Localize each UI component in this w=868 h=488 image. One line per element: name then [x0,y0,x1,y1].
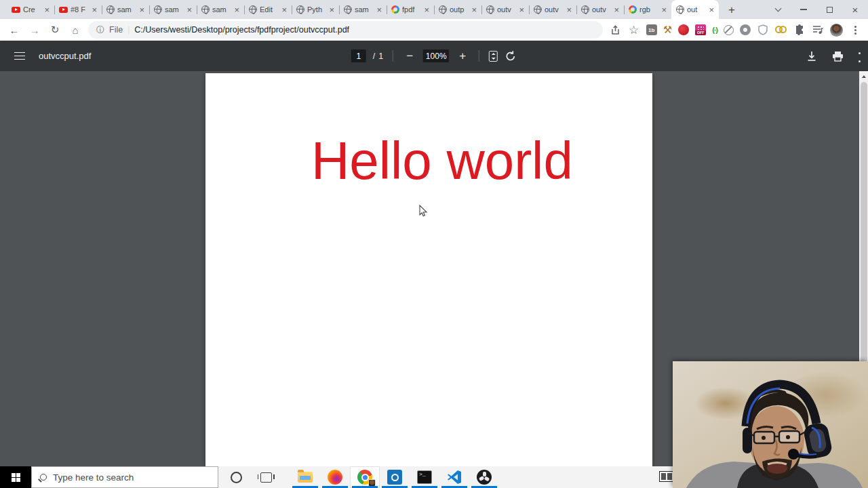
tab-youtube-1[interactable]: Cre × [7,0,54,19]
home-button[interactable]: ⌂ [66,21,84,39]
back-button[interactable]: ← [5,21,23,39]
tab-title: outv [497,5,516,14]
maximize-button[interactable] [816,0,842,19]
minimize-button[interactable] [791,0,816,19]
fit-to-page-icon[interactable] [489,51,498,62]
tab-sam-1[interactable]: sam × [102,0,149,19]
taskbar-search-input[interactable]: Type here to search [31,466,218,488]
tab-sam-2[interactable]: sam × [149,0,197,19]
extension-dot-circle-icon[interactable] [740,24,751,35]
google-favicon [391,5,399,14]
extension-slash-circle-icon[interactable] [724,25,734,35]
bookmark-star-icon[interactable]: ☆ [628,24,640,36]
globe-favicon [154,5,162,14]
tab-outp[interactable]: outp × [434,0,481,19]
tab-close-icon[interactable]: × [709,5,714,14]
zoom-out-button[interactable]: − [403,49,416,63]
tab-title: rgb [639,5,658,14]
tab-close-icon[interactable]: × [44,5,50,14]
taskbar-command-prompt[interactable]: >_ [410,466,439,488]
browser-menu-kebab-icon[interactable] [849,24,861,36]
webcam-overlay [673,361,868,488]
pdf-menu-icon[interactable] [14,52,25,60]
page-info-icon[interactable]: ⓘ [96,24,104,36]
taskbar-vscode[interactable] [439,466,469,488]
playlist-icon[interactable] [812,24,824,36]
page-number-input[interactable]: 1 [351,49,366,62]
extension-off-badge-icon[interactable]: OFF [695,24,706,35]
taskbar-chrome[interactable] [350,466,380,488]
cortana-button[interactable] [221,466,251,488]
taskbar-firefox[interactable] [320,466,350,488]
cortana-icon [231,472,242,483]
scrollbar-thumb[interactable] [861,82,867,387]
zoom-in-button[interactable]: + [456,49,469,63]
globe-favicon [106,5,115,14]
extension-shield-icon[interactable] [757,24,769,36]
tab-close-icon[interactable]: × [661,5,667,14]
extension-hammers-icon[interactable]: ⚒ [663,24,672,36]
tab-edit[interactable]: Edit × [244,0,292,19]
file-explorer-icon [298,472,313,483]
firefox-icon [328,470,342,485]
zoom-level-input[interactable]: 100% [423,49,449,62]
tab-close-icon[interactable]: × [234,5,239,14]
share-icon[interactable] [610,24,622,36]
tab-title: out [687,5,706,14]
tab-sam-4[interactable]: sam × [339,0,387,19]
tab-close-icon[interactable]: × [519,5,524,14]
download-icon[interactable] [806,51,817,62]
tab-close-icon[interactable]: × [281,5,287,14]
tab-close-icon[interactable]: × [424,5,429,14]
tab-close-icon[interactable]: × [139,5,144,14]
extension-rings-icon[interactable] [775,26,787,34]
rotate-icon[interactable] [505,50,517,62]
close-window-button[interactable]: × [842,0,868,19]
tab-close-icon[interactable]: × [376,5,382,14]
omnibox-url-field[interactable]: ⓘ File | C:/Users/westi/Desktop/projects… [88,21,603,39]
extension-broadcast-icon[interactable]: (‧) [712,26,717,35]
tray-widgets-icon[interactable] [659,471,674,482]
taskbar-file-explorer[interactable] [290,466,320,488]
start-button[interactable] [0,466,31,488]
tab-close-icon[interactable]: × [186,5,192,14]
extension-red-circle-icon[interactable] [678,24,689,35]
tab-title: outv [545,5,564,14]
address-bar-row: ← → ↻ ⌂ ⓘ File | C:/Users/westi/Desktop/… [0,19,868,41]
url-text: C:/Users/westi/Desktop/projects/fpdfproj… [134,25,349,35]
profile-avatar[interactable] [830,24,843,37]
extension-tab-counter-icon[interactable]: 1b [646,24,657,35]
scrollbar-up-arrow-icon[interactable] [859,71,868,81]
tab-outv-3[interactable]: outv × [576,0,624,19]
tab-title: outv [592,5,611,14]
tab-search-chevron-icon[interactable] [765,0,791,19]
tab-title: sam [117,5,136,14]
tab-python[interactable]: Pyth × [292,0,339,19]
tab-close-icon[interactable]: × [92,5,97,14]
new-tab-button[interactable]: + [723,1,741,19]
tab-close-icon[interactable]: × [471,5,477,14]
tab-close-icon[interactable]: × [329,5,334,14]
tab-outv-2[interactable]: outv × [529,0,576,19]
search-icon [40,474,47,481]
extensions-puzzle-icon[interactable] [793,24,806,36]
url-separator: | [127,25,130,35]
taskbar-obs[interactable] [469,466,499,488]
tab-close-icon[interactable]: × [614,5,619,14]
tab-outv-1[interactable]: outv × [481,0,529,19]
globe-favicon [201,5,210,14]
print-icon[interactable] [832,51,844,62]
forward-button[interactable]: → [26,21,43,39]
tab-youtube-2[interactable]: #8 F × [54,0,102,19]
tab-close-icon[interactable]: × [566,5,572,14]
tab-outvccput-active[interactable]: out × [671,0,719,19]
tab-title: Edit [260,5,279,14]
reload-button[interactable]: ↻ [46,21,64,39]
google-favicon [629,5,637,14]
tab-rgb-search[interactable]: rgb × [624,0,671,19]
taskbar-gauge-app[interactable] [380,466,410,488]
task-view-icon [260,472,272,483]
task-view-button[interactable] [251,466,281,488]
tab-fpdf-search[interactable]: fpdf × [387,0,434,19]
tab-sam-3[interactable]: sam × [197,0,244,19]
